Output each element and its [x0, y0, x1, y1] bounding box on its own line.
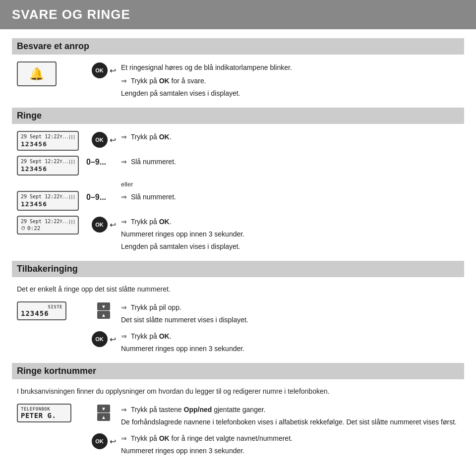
arrow-icon-2: ⇒: [121, 133, 127, 141]
tilbakeringing-row2: OK ↩ ⇒ Trykk på OK. Nummeret ringes opp …: [12, 330, 464, 354]
besvare-line3: Lengden på samtalen vises i displayet.: [121, 88, 464, 99]
ringe-number-range2: 0–9...: [86, 191, 121, 202]
phone-icon-ringe1: ↩: [110, 135, 116, 145]
ringe-display3: 29 Sept 12:22 Y...||| 123456: [17, 191, 86, 211]
phone-icon-kortnummer: ↩: [110, 437, 116, 446]
ringe-row2: 29 Sept 12:22 Y...||| 123456 0–9... ⇒ Sl…: [12, 156, 464, 176]
tilbakeringing-siste-display: SISTE 123456: [17, 301, 86, 320]
section-tilbakeringing: Tilbakeringing: [12, 261, 464, 277]
besvare-line2: ⇒ Trykk på OK for å svare.: [121, 76, 464, 86]
bell-icon: 🔔: [29, 67, 44, 81]
ringe-row1: 29 Sept 12:22 Y...||| 123456 OK ↩ ⇒ Tryk…: [12, 131, 464, 151]
arrow-icon-7: ⇒: [121, 332, 127, 340]
eller-divider: eller: [12, 180, 464, 188]
kortnummer-text1: ⇒ Trykk på tastene Opp/ned gjentatte gan…: [121, 404, 464, 427]
ringe-display1: 29 Sept 12:22 Y...||| 123456: [17, 131, 86, 151]
ringe-display2: 29 Sept 12:22 Y...||| 123456: [17, 156, 86, 176]
section-besvare: Besvare et anrop: [12, 38, 464, 55]
arrow-icon-4: ⇒: [121, 193, 127, 201]
besvare-line1: Et ringesignal høres og de blå indikator…: [121, 62, 464, 73]
ringe-nummeret: Nummeret ringes opp innen 3 sekunder.: [121, 229, 464, 239]
ringe-lengden: Lengden på samtalen vises i displayet.: [121, 241, 464, 252]
ringe-text2: ⇒ Slå nummeret.: [121, 156, 464, 167]
phone-icon-besvare: ↩: [110, 66, 116, 75]
tilbakeringing-text1: ⇒ Trykk på pil opp. Det sist slåtte numm…: [121, 301, 464, 325]
ringe-display4: 29 Sept 12:22 Y...||| ⏱ 0:22: [17, 216, 86, 235]
tilbakeringing-sub2: Nummeret ringes opp innen 3 sekunder.: [121, 344, 464, 354]
ok-button-besvare[interactable]: OK: [92, 62, 108, 78]
ok-button-tilbakeringing[interactable]: OK: [92, 331, 108, 347]
tilbakeringing-ok-col: OK ↩: [86, 330, 121, 347]
kortnummer-arrow-up[interactable]: ▲: [97, 413, 110, 421]
ok-button-ringe2[interactable]: OK: [92, 217, 108, 233]
page-title: SVARE OG RINGE: [12, 7, 464, 22]
ringe-text1: ⇒ Trykk på OK.: [121, 131, 464, 142]
besvare-ok-button-col: OK ↩: [86, 61, 121, 78]
kortnummer-ok-col: OK ↩: [86, 432, 121, 449]
ringe-row4: 29 Sept 12:22 Y...||| ⏱ 0:22 OK ↩ ⇒ Tryk…: [12, 216, 464, 252]
arrow-icon-3: ⇒: [121, 158, 127, 166]
ringe-row3: 29 Sept 12:22 Y...||| 123456 0–9... ⇒ Sl…: [12, 191, 464, 211]
ringe-number-range: 0–9...: [86, 156, 121, 167]
arrow-icon-8: ⇒: [121, 406, 127, 414]
arrow-up-button[interactable]: ▲: [97, 311, 110, 319]
kortnummer-row2: OK ↩ ⇒ Trykk på OK for å ringe det valgt…: [12, 432, 464, 456]
phone-icon-tilbakeringing: ↩: [110, 335, 116, 344]
arrow-down-button[interactable]: ▼: [97, 302, 110, 310]
tilbakeringing-sub1: Det sist slåtte nummeret vises i display…: [121, 315, 464, 325]
tilbakeringing-text2: ⇒ Trykk på OK. Nummeret ringes opp innen…: [121, 330, 464, 354]
kortnummer-sub3: Nummeret ringes opp innen 3 sekunder.: [121, 446, 464, 456]
ringe-ok-col2: OK ↩: [86, 216, 121, 233]
arrow-icon-6: ⇒: [121, 303, 127, 311]
kortnummer-arrow-down[interactable]: ▼: [97, 405, 110, 413]
bell-device: 🔔: [17, 61, 86, 86]
ringe-text4: ⇒ Trykk på OK. Nummeret ringes opp innen…: [121, 216, 464, 252]
besvare-text: Et ringesignal høres og de blå indikator…: [121, 61, 464, 99]
tilbakeringing-row1: SISTE 123456 ▼ ▲ ⇒ Trykk på pil opp. Det…: [12, 301, 464, 325]
ringe-kortnummer-desc: I bruksanvisningen finner du opplysninge…: [17, 386, 459, 397]
kortnummer-arrows-col: ▼ ▲: [86, 404, 121, 421]
phone-icon-ringe2: ↩: [110, 220, 116, 230]
ok-button-ringe1[interactable]: OK: [92, 132, 108, 148]
ringe-ok-col1: OK ↩: [86, 131, 121, 148]
section-ringe: Ringe: [12, 108, 464, 124]
ok-button-kortnummer[interactable]: OK: [92, 433, 108, 449]
besvare-row1: 🔔 OK ↩ Et ringesignal høres og de blå in…: [12, 61, 464, 99]
arrow-icon-5: ⇒: [121, 218, 127, 226]
kortnummer-telefonbok-display: TELEFONBOK PETER G.: [17, 404, 86, 422]
tilbakeringing-arrows-col: ▼ ▲: [86, 301, 121, 319]
arrow-icon-9: ⇒: [121, 434, 127, 442]
tilbakeringing-desc: Det er enkelt å ringe opp det sist slått…: [17, 284, 459, 295]
ringe-text3: ⇒ Slå nummeret.: [121, 191, 464, 202]
kortnummer-text3: ⇒ Trykk på OK for å ringe det valgte nav…: [121, 432, 464, 456]
clock-icon: ⏱: [21, 226, 26, 231]
page-header: SVARE OG RINGE: [0, 0, 476, 29]
arrow-icon-1: ⇒: [121, 77, 127, 85]
section-ringe-kortnummer: Ringe kortnummer: [12, 363, 464, 379]
kortnummer-row1: TELEFONBOK PETER G. ▼ ▲ ⇒ Trykk på taste…: [12, 404, 464, 427]
kortnummer-step2: De forhåndslagrede navnene i telefonboke…: [121, 417, 464, 427]
